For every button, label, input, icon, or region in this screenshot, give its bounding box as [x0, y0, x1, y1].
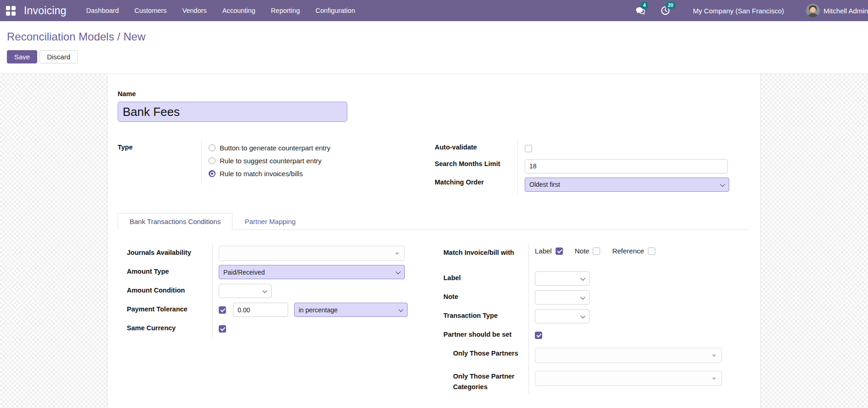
activities-icon[interactable]: 20 [660, 5, 671, 16]
transaction-type-label: Transaction Type [443, 312, 498, 319]
company-switcher[interactable]: My Company (San Francisco) [693, 7, 784, 15]
type-radio-rule-match[interactable]: Rule to match invoices/bills [209, 170, 330, 178]
only-those-partner-categories-label: Only Those Partner Categories [453, 373, 515, 391]
breadcrumb-reconciliation-models[interactable]: Reconciliation Models [7, 30, 114, 43]
user-avatar[interactable] [806, 4, 820, 17]
nav-item-dashboard[interactable]: Dashboard [79, 0, 127, 21]
conditions-left-column: Journals Availability Amount Type Paid/R… [127, 244, 424, 394]
navbar-right: 4 20 My Company (San Francisco) Mitchell… [621, 4, 868, 17]
nav-item-reporting[interactable]: Reporting [263, 0, 308, 21]
name-field-block: Name [118, 90, 750, 122]
type-radio-button-counterpart[interactable]: Button to generate counterpart entry [209, 144, 330, 152]
only-those-partners-label: Only Those Partners [453, 350, 518, 357]
type-radio-group: Button to generate counterpart entry Rul… [209, 143, 330, 178]
journals-availability-combobox[interactable] [219, 246, 405, 261]
matching-settings-group: Auto-validate Search Months Limit Matchi… [435, 140, 750, 194]
amount-type-label: Amount Type [127, 268, 169, 275]
messages-icon[interactable]: 4 [635, 5, 646, 16]
amount-type-select[interactable]: Paid/Received [219, 265, 405, 279]
journals-availability-label: Journals Availability [127, 249, 191, 256]
name-label: Name [118, 90, 136, 98]
type-option-label: Rule to suggest counterpart entry [220, 157, 322, 165]
matching-order-label: Matching Order [435, 178, 484, 186]
label-select[interactable] [535, 271, 590, 286]
radio-unchecked-icon[interactable] [209, 157, 216, 164]
messages-badge: 4 [641, 2, 648, 9]
top-form-groups: Type Button to generate counterpart entr… [118, 140, 750, 194]
partner-should-be-set-checkbox[interactable] [535, 332, 542, 339]
control-panel-buttons: Save Discard [7, 50, 861, 63]
grid-icon [6, 6, 16, 16]
type-option-label: Button to generate counterpart entry [220, 144, 330, 152]
breadcrumb: Reconciliation Models / New [7, 30, 861, 43]
match-invoice-bill-with-label: Match Invoice/bill with [443, 249, 514, 256]
type-group: Type Button to generate counterpart entr… [118, 140, 425, 194]
conditions-right-column: Match Invoice/bill with Label Note [443, 244, 750, 394]
main-menu: Dashboard Customers Vendors Accounting R… [79, 0, 363, 21]
tab-partner-mapping[interactable]: Partner Mapping [233, 213, 307, 230]
radio-checked-icon[interactable] [209, 170, 216, 177]
match-with-options: Label Note Reference [535, 247, 664, 255]
label-field-label: Label [443, 274, 461, 282]
nav-item-customers[interactable]: Customers [127, 0, 175, 21]
matching-order-select[interactable]: Oldest first [525, 178, 729, 192]
nav-item-accounting[interactable]: Accounting [215, 0, 263, 21]
match-note-checkbox[interactable] [593, 247, 600, 255]
only-those-partners-combobox[interactable] [535, 348, 722, 363]
transaction-type-select[interactable] [535, 309, 590, 323]
same-currency-checkbox[interactable] [219, 325, 226, 333]
match-note-text: Note [575, 247, 590, 255]
type-option-label: Rule to match invoices/bills [220, 170, 303, 178]
payment-tolerance-label: Payment Tolerance [127, 305, 187, 313]
search-months-limit-input[interactable] [525, 159, 728, 173]
match-option-reference[interactable]: Reference [612, 247, 655, 255]
save-button[interactable]: Save [7, 50, 37, 63]
partner-should-be-set-label: Partner should be set [443, 331, 511, 338]
match-label-checkbox[interactable] [556, 247, 563, 255]
same-currency-label: Same Currency [127, 324, 176, 332]
search-months-limit-label: Search Months Limit [435, 160, 500, 167]
payment-tolerance-unit-select[interactable]: in percentage [294, 303, 408, 317]
name-input[interactable] [118, 102, 347, 122]
matching-order-value: Oldest first [529, 181, 560, 188]
payment-tolerance-checkbox[interactable] [219, 306, 226, 314]
payment-tolerance-input[interactable] [233, 303, 288, 317]
payment-tolerance-unit-value: in percentage [299, 306, 338, 314]
match-option-label[interactable]: Label [535, 247, 563, 255]
auto-validate-checkbox[interactable] [525, 145, 532, 152]
notebook-tabs: Bank Transactions Conditions Partner Map… [118, 213, 750, 230]
apps-menu-icon[interactable] [0, 0, 21, 21]
breadcrumb-separator: / [114, 30, 123, 43]
content-background: Name Type Button to generate counterpart… [0, 74, 868, 408]
tab-bank-transactions-conditions[interactable]: Bank Transactions Conditions [118, 213, 233, 230]
match-label-text: Label [535, 247, 552, 255]
bank-transactions-conditions-panel: Journals Availability Amount Type Paid/R… [118, 230, 750, 394]
amount-type-value: Paid/Received [223, 269, 265, 276]
app-brand[interactable]: Invoicing [24, 5, 67, 17]
match-reference-checkbox[interactable] [648, 247, 655, 255]
note-field-label: Note [443, 293, 458, 300]
type-radio-rule-suggest[interactable]: Rule to suggest counterpart entry [209, 157, 330, 165]
amount-condition-label: Amount Condition [127, 287, 185, 294]
type-label: Type [118, 144, 133, 151]
note-select[interactable] [535, 290, 590, 305]
form-sheet: Name Type Button to generate counterpart… [107, 74, 761, 408]
auto-validate-label: Auto-validate [435, 144, 477, 151]
breadcrumb-current: New [123, 30, 145, 43]
match-option-note[interactable]: Note [575, 247, 601, 255]
discard-button[interactable]: Discard [40, 50, 78, 63]
avatar-image [806, 4, 820, 17]
amount-condition-select[interactable] [219, 284, 272, 298]
nav-item-vendors[interactable]: Vendors [175, 0, 215, 21]
radio-unchecked-icon[interactable] [209, 144, 216, 151]
user-name[interactable]: Mitchell Admin [823, 7, 868, 15]
control-panel: Reconciliation Models / New Save Discard [0, 21, 868, 74]
activities-badge: 20 [665, 2, 676, 9]
only-those-partner-categories-combobox[interactable] [535, 371, 722, 386]
match-reference-text: Reference [612, 247, 644, 255]
top-navbar: Invoicing Dashboard Customers Vendors Ac… [0, 0, 868, 21]
nav-item-configuration[interactable]: Configuration [307, 0, 363, 21]
